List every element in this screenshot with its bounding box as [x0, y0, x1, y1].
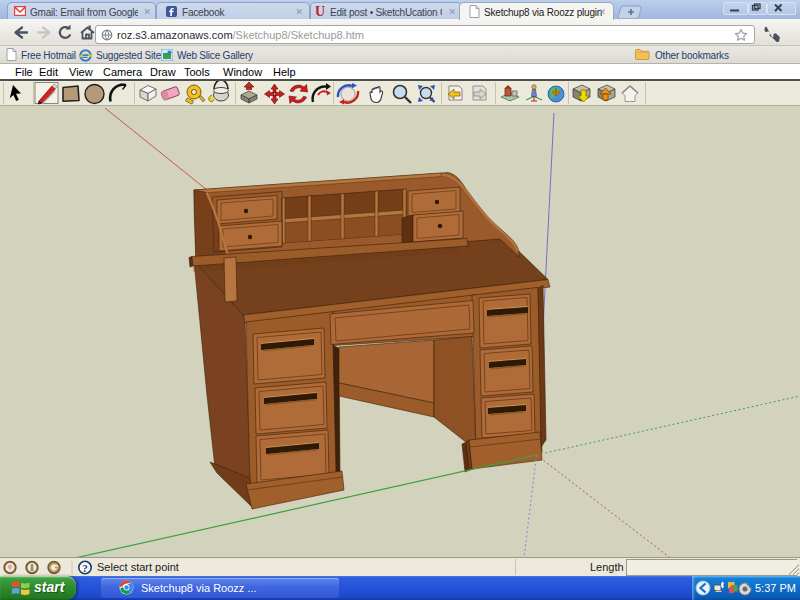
svg-text:?: ? — [82, 562, 88, 574]
